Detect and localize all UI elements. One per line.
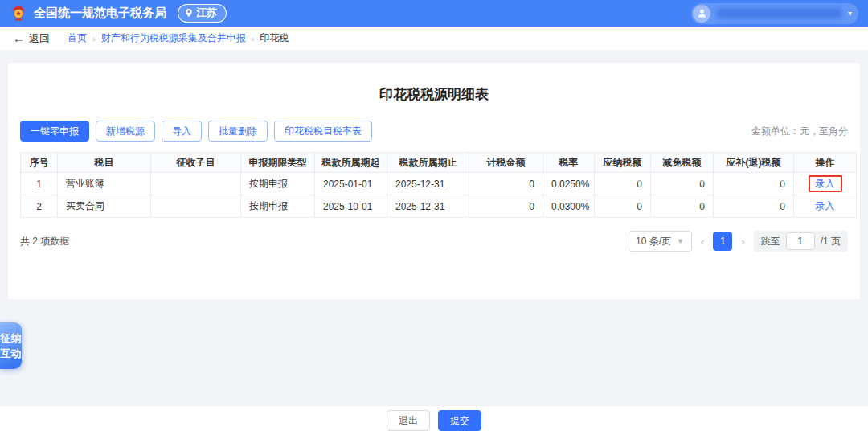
redacted-value: 0: [637, 179, 642, 190]
jump-label: 跳至: [761, 235, 780, 248]
breadcrumb-current: 印花税: [260, 31, 289, 45]
total-count-label: 共 2 项数据: [20, 235, 69, 248]
table-cell: 2025-01-01: [315, 173, 387, 195]
column-header: 序号: [21, 153, 58, 173]
redacted-value: 0: [699, 201, 705, 212]
table-cell: 0: [595, 195, 651, 218]
next-page-button[interactable]: ›: [739, 236, 746, 248]
batch-delete-button[interactable]: 批量删除: [208, 121, 268, 142]
table-cell: [151, 195, 241, 218]
table-cell: 0: [651, 195, 714, 218]
breadcrumb-collection-declaration[interactable]: 财产和行为税税源采集及合并申报: [101, 31, 246, 45]
back-button[interactable]: ← 返回: [13, 31, 50, 46]
column-header: 税款所属期起: [315, 153, 387, 173]
action-cell: 录入: [794, 173, 857, 195]
table-cell: 营业账簿: [58, 173, 151, 195]
back-label: 返回: [29, 31, 50, 46]
table-cell: 2025-12-31: [387, 173, 469, 195]
region-badge-label: 江苏: [196, 6, 217, 20]
page-size-value: 10 条/页: [636, 235, 671, 248]
import-button[interactable]: 导入: [162, 121, 202, 142]
redacted-value: 0: [699, 179, 705, 190]
column-header: 税目: [58, 153, 151, 173]
table-footer: 共 2 项数据 10 条/页 ▼ ‹ 1 › 跳至 /1 页: [20, 231, 848, 252]
tax-source-table: 序号税目征收子目申报期限类型税款所属期起税款所属期止计税金额税率应纳税额减免税额…: [20, 152, 857, 218]
pagination: 10 条/页 ▼ ‹ 1 › 跳至 /1 页: [628, 231, 848, 252]
one-click-zero-declaration-button[interactable]: 一键零申报: [20, 121, 89, 142]
table-cell: 0: [469, 195, 543, 218]
breadcrumb-bar: ← 返回 首页 › 财产和行为税税源采集及合并申报 › 印花税: [0, 27, 868, 50]
tax-interaction-side-tab[interactable]: 征纳互动: [0, 322, 22, 369]
region-badge[interactable]: 江苏: [178, 4, 227, 23]
table-cell: 2025-10-01: [315, 195, 387, 218]
brand-area: 全国统一规范电子税务局 江苏: [10, 4, 227, 23]
redacted-value: 0: [780, 179, 785, 190]
table-cell: 2025-12-31: [387, 195, 469, 218]
jump-to-page: 跳至 /1 页: [754, 231, 848, 252]
submit-button[interactable]: 提交: [438, 410, 481, 431]
table-cell: 0: [714, 173, 794, 195]
table-cell: 0: [469, 173, 543, 195]
app-title: 全国统一规范电子税务局: [34, 6, 166, 21]
enter-record-link[interactable]: 录入: [816, 200, 835, 211]
table-cell: 1: [21, 173, 58, 195]
toolbar-buttons: 一键零申报新增税源导入批量删除印花税税目税率表: [20, 121, 372, 142]
action-cell: 录入: [794, 195, 857, 218]
table-cell: 0.0250%: [543, 173, 595, 195]
chevron-down-icon: ▾: [848, 9, 852, 18]
total-pages-label: /1 页: [821, 235, 841, 248]
page-size-select[interactable]: 10 条/页 ▼: [628, 231, 692, 252]
redacted-value: 0: [780, 201, 785, 212]
page-title: 印花税税源明细表: [20, 85, 848, 104]
bottom-action-bar: 退出 提交: [0, 405, 868, 435]
column-header: 计税金额: [469, 153, 543, 173]
table-cell: [151, 173, 241, 195]
table-cell: 0: [714, 195, 794, 218]
enter-record-link[interactable]: 录入: [816, 178, 835, 189]
user-name-redacted: [717, 8, 841, 18]
table-row: 1营业账簿按期申报2025-01-012025-12-3100.0250%000…: [21, 173, 857, 195]
table-header-row: 序号税目征收子目申报期限类型税款所属期起税款所属期止计税金额税率应纳税额减免税额…: [21, 153, 857, 173]
current-page-button[interactable]: 1: [713, 232, 732, 251]
app-header: 全国统一规范电子税务局 江苏 ▾: [0, 0, 868, 27]
column-header: 税款所属期止: [387, 153, 469, 173]
stamp-tax-item-rate-table-button[interactable]: 印花税税目税率表: [274, 121, 372, 142]
tax-bureau-emblem-icon: [10, 5, 27, 23]
table-cell: 买卖合同: [58, 195, 151, 218]
column-header: 应纳税额: [595, 153, 651, 173]
highlight-annotation-box: 录入: [809, 175, 842, 192]
table-cell: 按期申报: [241, 173, 315, 195]
breadcrumb: 首页 › 财产和行为税税源采集及合并申报 › 印花税: [68, 31, 289, 45]
column-header: 征收子目: [151, 153, 241, 173]
chevron-down-icon: ▼: [677, 237, 684, 245]
table-cell: 2: [21, 195, 58, 218]
amount-unit-note: 金额单位：元，至角分: [751, 125, 848, 138]
table-cell: 0: [651, 173, 714, 195]
table-cell: 0.0300%: [543, 195, 595, 218]
jump-page-input[interactable]: [786, 232, 815, 250]
breadcrumb-separator: ›: [252, 34, 255, 43]
column-header: 税率: [543, 153, 595, 173]
column-header: 应补(退)税额: [714, 153, 794, 173]
user-avatar-icon: [693, 5, 710, 23]
redacted-value: 0: [637, 201, 642, 212]
column-header: 减免税额: [651, 153, 714, 173]
toolbar: 一键零申报新增税源导入批量删除印花税税目税率表 金额单位：元，至角分: [20, 121, 848, 142]
add-tax-source-button[interactable]: 新增税源: [96, 121, 155, 142]
table-cell: 0: [595, 173, 651, 195]
back-arrow-icon: ←: [13, 31, 25, 45]
column-header: 申报期限类型: [241, 153, 315, 173]
column-header: 操作: [794, 153, 857, 173]
prev-page-button[interactable]: ‹: [699, 236, 706, 248]
main-card: 印花税税源明细表 一键零申报新增税源导入批量删除印花税税目税率表 金额单位：元，…: [8, 63, 860, 299]
table-row: 2买卖合同按期申报2025-10-012025-12-3100.0300%000…: [21, 195, 857, 218]
user-menu[interactable]: ▾: [691, 3, 858, 24]
exit-button[interactable]: 退出: [387, 410, 430, 431]
breadcrumb-separator: ›: [92, 34, 96, 43]
table-cell: 按期申报: [241, 195, 315, 218]
location-pin-icon: [185, 8, 193, 18]
breadcrumb-home[interactable]: 首页: [68, 31, 87, 45]
